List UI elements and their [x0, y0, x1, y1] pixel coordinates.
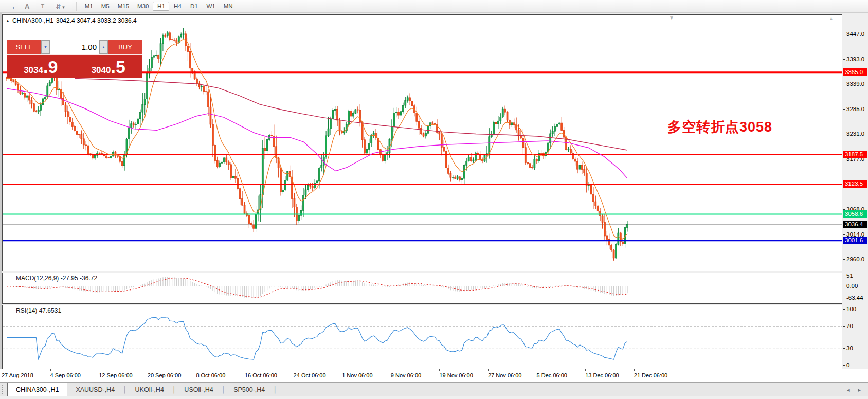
timeframe-d1[interactable]: D1 [186, 2, 202, 11]
tab-separator: │ [273, 383, 277, 396]
rsi-scale-label: 30 [843, 344, 853, 352]
tab-separator: │ [222, 383, 226, 396]
tab-xauusd-h4[interactable]: XAUUSD-,H4 [67, 383, 123, 396]
rsi-panel[interactable]: RSI(14) 47.6531 [2, 305, 842, 369]
time-label: 5 Dec 06:00 [537, 372, 567, 378]
time-label: 19 Nov 06:00 [439, 372, 473, 378]
time-scale[interactable]: 27 Aug 20184 Sep 06:0012 Sep 06:0020 Sep… [0, 369, 868, 382]
price-scale-marker-icon: ▲ [829, 16, 834, 21]
time-tick [585, 369, 586, 371]
buy-button[interactable]: BUY [108, 40, 142, 54]
tab-china300-h1[interactable]: CHINA300-,H1 [7, 383, 67, 396]
one-click-trade-panel: SELL ▼ 1.00 ▲ BUY 3034.9 3040.5 [7, 40, 142, 78]
timeframe-m15[interactable]: M15 [114, 2, 133, 11]
time-label: 27 Aug 2018 [2, 372, 33, 378]
chart-ohlc-label: 3042.4 3047.4 3033.2 3036.4 [56, 17, 137, 24]
timeframe-w1[interactable]: W1 [202, 2, 219, 11]
macd-scale-label: 51 [843, 272, 853, 280]
time-tick [537, 369, 537, 371]
price-tick-label: 3231.0 [843, 130, 864, 138]
expert-grid-icon[interactable]: F [7, 3, 15, 9]
timeframe-m5[interactable]: M5 [97, 2, 114, 11]
time-label: 1 Nov 06:00 [342, 372, 372, 378]
rsi-scale-label: 0 [843, 361, 849, 369]
price-tick-label: 2960.0 [843, 256, 864, 263]
price-scale[interactable]: 3447.03393.03339.03285.03231.03177.03068… [843, 0, 868, 399]
top-toolbar: F A T ⇵▾ M1M5M15M30H1H4D1W1MN [0, 0, 868, 13]
time-tick [50, 369, 51, 371]
timeframe-h4[interactable]: H4 [169, 2, 186, 11]
timeframe-mn[interactable]: MN [220, 2, 237, 11]
arrow-tool-icon[interactable]: A [25, 3, 29, 10]
time-tick [294, 369, 294, 371]
price-tick-label: 3339.0 [843, 80, 864, 88]
timeframe-row: M1M5M15M30H1H4D1W1MN [81, 2, 237, 11]
time-label: 13 Dec 06:00 [585, 372, 619, 378]
buy-price[interactable]: 3040.5 [75, 55, 142, 78]
rsi-scale-label: 70 [843, 322, 853, 330]
time-label: 8 Oct 06:00 [196, 372, 225, 378]
chart-tab-bar: CHINA300-,H1XAUUSD-,H4│UKOil-,H4│USOil-,… [0, 382, 868, 396]
chart-shift-marker-icon[interactable]: ▼ [669, 15, 674, 21]
macd-scale-label: 0.00 [843, 282, 858, 290]
time-tick [634, 369, 635, 371]
tab-scroll-arrows: ◂▸ [847, 383, 861, 397]
time-label: 9 Nov 06:00 [391, 372, 421, 378]
time-label: 4 Sep 06:00 [50, 372, 81, 378]
price-level-badge: 3123.5 [843, 180, 867, 188]
chart-annotation-text: 多空转折点3058 [667, 118, 772, 136]
tab-bar-grip[interactable] [2, 385, 6, 394]
time-tick [488, 369, 489, 371]
price-level-badge: 3365.0 [843, 68, 867, 76]
macd-label: MACD(12,26,9) -27.95 -36.72 [16, 275, 97, 282]
price-tick-label: 3447.0 [843, 30, 864, 38]
price-level-badge: 3058.6 [843, 210, 867, 218]
chart-symbol-label: CHINA300-,H1 [12, 17, 53, 24]
price-tick-label: 3285.0 [843, 105, 864, 113]
time-label: 21 Dec 06:00 [634, 372, 667, 378]
tab-separator: │ [123, 383, 127, 396]
time-tick [148, 369, 148, 371]
volume-increase-button[interactable]: ▲ [99, 40, 108, 54]
time-label: 16 Oct 06:00 [245, 372, 277, 378]
time-tick [99, 369, 99, 371]
sell-button[interactable]: SELL [7, 40, 41, 54]
timeframe-m1[interactable]: M1 [81, 2, 97, 11]
time-label: 12 Sep 06:00 [99, 372, 132, 378]
price-level-badge: 3001.6 [843, 237, 867, 244]
rsi-label: RSI(14) 47.6531 [16, 307, 61, 314]
chart-canvas[interactable]: ▲CHINA300-,H13042.4 3047.4 3033.2 3036.4… [2, 14, 842, 271]
time-tick [196, 369, 196, 371]
time-label: 27 Nov 06:00 [488, 372, 521, 378]
tab-scroll-left-icon[interactable]: ◂ [847, 387, 850, 393]
time-tick [391, 369, 391, 371]
volume-decrease-button[interactable]: ▼ [41, 40, 50, 54]
cycle-lines-icon[interactable]: ⇵▾ [56, 2, 65, 11]
text-tool-icon[interactable]: T [39, 3, 46, 10]
volume-input[interactable]: 1.00 [50, 40, 99, 54]
time-tick [245, 369, 245, 371]
toolbar-separator [76, 2, 77, 11]
price-level-badge: 3036.4 [843, 221, 867, 228]
toolbar-caret-icon[interactable]: ▾ [62, 5, 65, 10]
time-tick [2, 369, 2, 371]
time-tick [439, 369, 440, 371]
tab-separator: │ [172, 383, 176, 396]
macd-scale-label: -63.44 [843, 294, 863, 302]
chart-title: ▲CHINA300-,H13042.4 3047.4 3033.2 3036.4 [6, 17, 137, 24]
rsi-scale-label: 100 [843, 305, 856, 313]
tab-usoil-h4[interactable]: USOil-,H4 [176, 383, 221, 396]
collapse-arrow-icon[interactable]: ▲ [6, 19, 10, 23]
time-label: 24 Oct 06:00 [294, 372, 326, 378]
price-level-badge: 3187.5 [843, 151, 867, 158]
tab-scroll-right-icon[interactable]: ▸ [858, 387, 861, 393]
time-tick [342, 369, 342, 371]
sell-price[interactable]: 3034.9 [7, 55, 75, 78]
timeframe-h1[interactable]: H1 [153, 2, 169, 11]
tab-sp500-h4[interactable]: SP500-,H4 [225, 383, 273, 396]
tab-ukoil-h4[interactable]: UKOil-,H4 [127, 383, 172, 396]
time-label: 20 Sep 06:00 [148, 372, 181, 378]
price-tick-label: 3393.0 [843, 56, 864, 63]
macd-panel[interactable]: MACD(12,26,9) -27.95 -36.72 [2, 273, 842, 304]
timeframe-m30[interactable]: M30 [133, 2, 153, 11]
